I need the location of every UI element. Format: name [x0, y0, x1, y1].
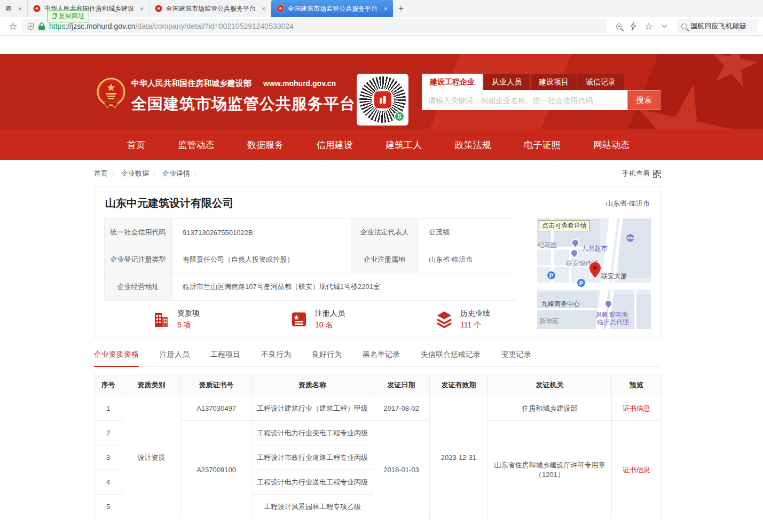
qr-code-icon	[653, 170, 661, 178]
close-icon[interactable]: ×	[18, 5, 22, 13]
col-header-authority: 发证机关	[488, 374, 612, 396]
stat-label: 注册人员	[315, 309, 345, 318]
company-name: 山东中元建筑设计有限公司	[105, 196, 233, 210]
cell-no: 2	[95, 421, 122, 445]
cell-name: 工程设计电力行业送电工程专业丙级	[252, 470, 373, 495]
breadcrumb-home[interactable]: 首页	[94, 169, 108, 178]
breadcrumb: 首页 〉 企业数据 〉 企业详情 〉 手机查看	[94, 169, 661, 178]
map-label-xinhua: 新华苑	[539, 317, 559, 326]
address-value: 临沂市兰山区陶然路107号星河晶都（联安）现代城1号楼2201室	[172, 273, 516, 301]
nav-item-policy[interactable]: 政策法规	[455, 139, 491, 151]
search-tab-credit[interactable]: 诚信记录	[578, 74, 624, 90]
chevron-down-icon[interactable]	[661, 24, 667, 28]
bookmark-star-icon[interactable]: ☆	[9, 21, 18, 32]
close-icon[interactable]: ×	[261, 5, 265, 13]
nav-item-workers[interactable]: 建筑工人	[386, 139, 422, 151]
company-card: 山东中元建筑设计有限公司 山东省-临沂市 统一社会信用代码 9137130267…	[94, 186, 661, 338]
header-search-area: 建设工程企业 从业人员 建设项目 诚信记录 搜索	[422, 74, 660, 110]
search-tab-enterprise[interactable]: 建设工程企业	[422, 74, 483, 90]
tab-registered-personnel[interactable]: 注册人员	[160, 350, 190, 366]
cell-authority: 住房和城乡建设部	[488, 396, 612, 421]
tab-title: 全国建筑市场监管公共服务平台	[166, 4, 257, 13]
breadcrumb-company-data[interactable]: 企业数据	[121, 169, 149, 178]
cell-no: 3	[95, 445, 122, 470]
mobile-view-label: 手机查看	[622, 169, 650, 178]
qr-pattern: S	[359, 76, 406, 123]
table-row: 1 设计资质 A137030497 工程设计建筑行业（建筑工程）甲级 2017-…	[95, 396, 662, 421]
building-icon	[151, 309, 171, 330]
close-icon[interactable]: ×	[383, 5, 388, 13]
browser-tab-jzsc-active[interactable]: 全国建筑市场监管公共服务平台 ×	[271, 0, 393, 17]
nav-item-data-service[interactable]: 数据服务	[247, 139, 284, 151]
col-header-validity: 发证有效期	[430, 374, 488, 396]
emblem-favicon-icon	[277, 5, 284, 12]
search-category-tabs: 建设工程企业 从业人员 建设项目 诚信记录	[422, 74, 660, 90]
col-header-preview: 预览	[612, 374, 662, 396]
nav-item-site-news[interactable]: 网站动态	[593, 139, 630, 151]
cell-category: 设计资质	[122, 396, 181, 519]
mobile-view-link[interactable]: 手机查看	[622, 169, 661, 178]
search-button[interactable]: 搜索	[627, 90, 660, 110]
tab-qualifications[interactable]: 企业资质资格	[94, 350, 139, 367]
lightning-icon[interactable]	[630, 22, 636, 30]
search-tab-personnel[interactable]: 从业人员	[484, 74, 530, 90]
credit-code-label: 统一社会信用代码	[105, 219, 172, 246]
new-tab-button[interactable]: +	[393, 0, 409, 17]
browser-tab-jzsc-1[interactable]: 全国建筑市场监管公共服务平台 ×	[150, 0, 271, 17]
address-bar-input[interactable]: https://jzsc.mohurd.gov.cn/data/company/…	[22, 19, 607, 33]
nav-item-home[interactable]: 首页	[127, 139, 145, 151]
company-region: 山东省-临沂市	[606, 199, 650, 208]
company-location-map[interactable]: 点击可查看详情 九州超市 ATM 纪花园 联安现代城 P P 联安大厦 九峰商务…	[537, 218, 651, 329]
certificate-icon	[289, 309, 309, 330]
keyword-search-input[interactable]	[422, 90, 627, 110]
cell-cert-no: A137030497	[181, 396, 252, 421]
map-road	[537, 283, 651, 290]
zoom-out-icon[interactable]	[616, 24, 622, 29]
nav-item-e-license[interactable]: 电子证照	[524, 139, 560, 151]
stat-value: 111 个	[460, 320, 490, 330]
cell-no: 1	[95, 396, 122, 421]
map-label-supermarket: 九州超市	[582, 244, 608, 253]
certificate-info-link[interactable]: 证书信息	[623, 466, 650, 474]
stat-qualifications[interactable]: 资质项 5 项	[151, 309, 200, 330]
cell-issue-date: 2018-01-03	[373, 421, 430, 519]
stat-historical-projects[interactable]: 历史业绩 111 个	[434, 309, 490, 330]
url-path: /data/company/detail?id=0021052912405330…	[136, 22, 294, 30]
tab-projects[interactable]: 工程项目	[210, 350, 240, 366]
stat-registered-personnel[interactable]: 注册人员 10 名	[289, 309, 345, 330]
qr-center-logo-icon	[374, 91, 391, 108]
col-header-category: 资质类别	[122, 374, 181, 396]
breadcrumb-company-detail[interactable]: 企业详情	[162, 169, 190, 178]
stat-label: 资质项	[177, 309, 200, 318]
site-header: 中华人民共和国住房和城乡建设部 www.mohurd.gov.cn 全国建筑市场…	[0, 54, 763, 129]
company-info-table: 统一社会信用代码 91371302675501022B 企业法定代表人 公茂福 …	[104, 218, 516, 301]
browser-tab-partial[interactable]: 界 ×	[0, 0, 28, 17]
tab-blacklist[interactable]: 黑名单记录	[363, 350, 400, 366]
col-header-name: 资质名称	[252, 374, 373, 396]
favorites-star-icon[interactable]: ☆	[644, 22, 652, 31]
tab-good-behavior[interactable]: 良好行为	[312, 350, 342, 366]
close-icon[interactable]: ×	[139, 5, 144, 13]
header-qr-code: S	[357, 74, 408, 126]
reg-area-value: 山东省-临沂市	[418, 246, 516, 273]
site-brand: 中华人民共和国住房和城乡建设部 www.mohurd.gov.cn 全国建筑市场…	[131, 79, 356, 115]
tab-bad-behavior[interactable]: 不良行为	[261, 350, 291, 366]
cell-no: 4	[95, 470, 122, 495]
secure-lock-icon	[38, 22, 45, 30]
main-nav: 首页 监管动态 数据服务 信用建设 建筑工人 政策法规 电子证照 网站动态	[0, 129, 763, 160]
reg-type-label: 企业登记注册类型	[105, 246, 172, 273]
tab-change-records[interactable]: 变更记录	[501, 350, 531, 366]
map-label-garden: 纪花园	[538, 241, 557, 250]
emblem-favicon-icon	[155, 5, 162, 12]
cell-name: 工程设计电力行业变电工程专业丙级	[252, 421, 373, 445]
certificate-info-link[interactable]: 证书信息	[623, 404, 650, 412]
search-tab-project[interactable]: 建设项目	[531, 74, 577, 90]
nav-item-supervision[interactable]: 监管动态	[178, 139, 215, 151]
nav-item-credit[interactable]: 信用建设	[317, 139, 353, 151]
reg-type-value: 有限责任公司（自然人投资或控股）	[172, 246, 351, 273]
tab-dishonesty[interactable]: 失信联合惩戒记录	[421, 350, 481, 366]
browser-quick-search-box[interactable]: 国航回应飞机颠簸	[677, 19, 758, 33]
stat-value: 5 项	[177, 320, 200, 330]
breadcrumb-separator: 〉	[194, 170, 200, 178]
platform-title: 全国建筑市场监管公共服务平台	[131, 93, 356, 115]
